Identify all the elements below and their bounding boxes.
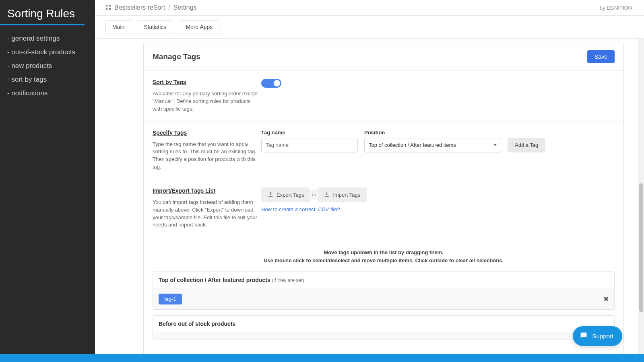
zone-top-of-collection: Top of collection / After featured produ… bbox=[153, 272, 615, 310]
section-left: Sort by Tags Available for any primary s… bbox=[153, 79, 261, 113]
drag-hint: Move tags up/down in the list by draggin… bbox=[144, 237, 623, 272]
zones: Top of collection / After featured produ… bbox=[144, 272, 623, 354]
svg-rect-0 bbox=[106, 4, 107, 6]
zone-body[interactable] bbox=[153, 332, 614, 339]
zone-subtitle: (if they are set) bbox=[272, 278, 304, 283]
toggle-knob bbox=[274, 80, 280, 86]
sidebar-item-general-settings[interactable]: - general settings bbox=[0, 32, 95, 45]
content: Manage Tags Save Sort by Tags Available … bbox=[95, 39, 638, 362]
sort-by-tags-heading: Sort by Tags bbox=[153, 79, 261, 85]
howto-csv-link[interactable]: How to create a correct .CSV file? bbox=[261, 206, 340, 212]
panel-header: Manage Tags Save bbox=[144, 43, 623, 71]
add-tag-button[interactable]: Add a Tag bbox=[508, 138, 545, 152]
bottom-progress-bar bbox=[0, 354, 644, 362]
sidebar-nav: - general settings - out-of-stock produc… bbox=[0, 32, 95, 100]
sidebar-title: Sorting Rules bbox=[0, 6, 95, 24]
drag-hint-line1: Move tags up/down in the list by draggin… bbox=[144, 249, 623, 257]
import-label: Import Tags bbox=[333, 192, 360, 198]
tag-chip[interactable]: tag-1 bbox=[159, 294, 182, 304]
download-icon bbox=[324, 191, 330, 198]
svg-rect-2 bbox=[106, 8, 107, 9]
zone-body[interactable]: tag-1 ✖ bbox=[153, 288, 614, 309]
sidebar-item-notifications[interactable]: - notifications bbox=[0, 86, 95, 100]
manage-tags-panel: Manage Tags Save Sort by Tags Available … bbox=[143, 43, 624, 354]
tag-name-field: Tag name bbox=[261, 130, 358, 152]
breadcrumb-current: Settings bbox=[173, 4, 197, 11]
tabs-row: Main Statistics More Apps bbox=[95, 16, 644, 39]
section-left: Specify Tags Type the tag name that you … bbox=[153, 130, 261, 171]
section-right bbox=[261, 79, 615, 113]
app-icon bbox=[105, 4, 111, 11]
panel-title: Manage Tags bbox=[153, 52, 200, 61]
scrollbar-thumb[interactable] bbox=[639, 183, 643, 312]
drag-hint-line2: Use mouse click to select/deselect and m… bbox=[144, 257, 623, 265]
svg-rect-1 bbox=[109, 4, 111, 6]
sidebar-item-sort-by-tags[interactable]: - sort by tags bbox=[0, 73, 95, 86]
export-label: Export Tags bbox=[277, 192, 304, 198]
section-import-export: Import/Export Tags List You can import t… bbox=[144, 179, 623, 237]
tag-name-input[interactable] bbox=[261, 138, 358, 152]
scroll-wrap: Manage Tags Save Sort by Tags Available … bbox=[95, 39, 644, 362]
breadcrumb-sep: / bbox=[168, 4, 170, 11]
scrollbar-track[interactable] bbox=[638, 39, 644, 362]
main: Bestsellers reSort / Settings by EGNITIO… bbox=[95, 0, 644, 362]
chat-icon bbox=[579, 331, 588, 341]
position-select[interactable]: Top of collection / After featured items bbox=[364, 138, 501, 152]
sidebar: Sorting Rules - general settings - out-o… bbox=[0, 0, 95, 362]
breadcrumb-app-link[interactable]: Bestsellers reSort bbox=[114, 4, 165, 11]
tag-name-label: Tag name bbox=[261, 130, 358, 136]
ie-heading: Import/Export Tags List bbox=[153, 187, 261, 194]
topbar: Bestsellers reSort / Settings by EGNITIO… bbox=[95, 0, 644, 16]
ie-button-row: Export Tags or Import Tags bbox=[261, 187, 615, 202]
close-icon[interactable]: ✖ bbox=[603, 295, 609, 303]
support-label: Support bbox=[592, 333, 613, 339]
sidebar-title-underline bbox=[0, 24, 85, 25]
breadcrumb: Bestsellers reSort / Settings bbox=[105, 4, 197, 11]
support-button[interactable]: Support bbox=[573, 326, 622, 346]
specify-heading: Specify Tags bbox=[153, 130, 261, 136]
sidebar-item-new-products[interactable]: - new products bbox=[0, 59, 95, 73]
save-button[interactable]: Save bbox=[587, 50, 615, 63]
section-specify-tags: Specify Tags Type the tag name that you … bbox=[144, 121, 623, 179]
zone-title: Before out of stock products bbox=[159, 321, 235, 327]
section-right: Export Tags or Import Tags How to create… bbox=[261, 187, 615, 229]
section-right: Tag name Position Top of collection / Af… bbox=[261, 130, 615, 171]
sort-by-tags-desc: Available for any primary sorting order … bbox=[153, 90, 261, 113]
zone-title: Top of collection / After featured produ… bbox=[159, 277, 270, 283]
chevron-down-icon bbox=[493, 144, 497, 146]
export-tags-button[interactable]: Export Tags bbox=[261, 187, 310, 202]
svg-rect-3 bbox=[109, 8, 111, 9]
tab-main[interactable]: Main bbox=[105, 21, 131, 33]
zone-header: Before out of stock products bbox=[153, 316, 614, 332]
section-sort-by-tags: Sort by Tags Available for any primary s… bbox=[144, 71, 623, 121]
zone-before-out-of-stock: Before out of stock products bbox=[153, 315, 615, 339]
specify-form-row: Tag name Position Top of collection / Af… bbox=[261, 130, 615, 152]
ie-desc: You can import tags instead of adding th… bbox=[153, 199, 261, 229]
import-tags-button[interactable]: Import Tags bbox=[318, 187, 367, 202]
specify-desc: Type the tag name that you want to apply… bbox=[153, 141, 261, 171]
position-field: Position Top of collection / After featu… bbox=[364, 130, 501, 152]
byline: by EGNITION bbox=[600, 5, 632, 11]
sort-by-tags-toggle[interactable] bbox=[261, 79, 281, 88]
tab-statistics[interactable]: Statistics bbox=[137, 21, 173, 33]
zone-header: Top of collection / After featured produ… bbox=[153, 272, 614, 288]
position-select-value: Top of collection / After featured items bbox=[369, 142, 456, 148]
section-left: Import/Export Tags List You can import t… bbox=[153, 187, 261, 229]
tab-more-apps[interactable]: More Apps bbox=[179, 21, 219, 33]
upload-icon bbox=[268, 191, 273, 198]
sidebar-item-out-of-stock-products[interactable]: - out-of-stock products bbox=[0, 45, 95, 59]
position-label: Position bbox=[364, 130, 501, 136]
